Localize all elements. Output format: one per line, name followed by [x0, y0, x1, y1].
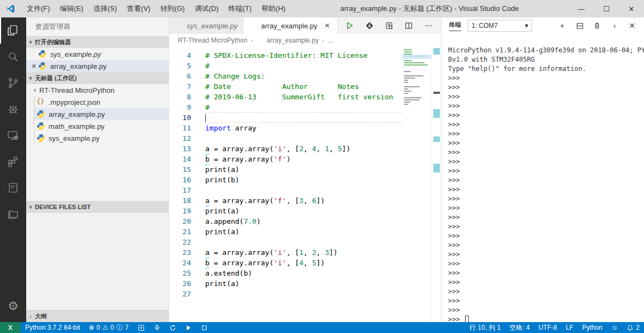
- new-terminal-button[interactable]: +: [558, 21, 567, 30]
- tab-array-example[interactable]: array_example.py ✕: [243, 17, 337, 34]
- notifications-bell-button[interactable]: 2: [622, 322, 644, 333]
- add-device-button[interactable]: [133, 322, 149, 333]
- terminal-output[interactable]: MicroPython v1.9.4-114-g309fe39d on 2018…: [442, 34, 644, 322]
- breadcrumb-folder[interactable]: RT-Thread MicroPython: [178, 37, 247, 44]
- download-to-device-button[interactable]: [365, 21, 374, 31]
- menu-item-7[interactable]: 帮助(H): [257, 4, 290, 13]
- split-terminal-button[interactable]: [575, 21, 584, 30]
- close-file-icon[interactable]: ✕: [29, 63, 38, 70]
- tab-terminal[interactable]: 终端: [449, 21, 461, 31]
- breadcrumb-symbol[interactable]: …: [327, 37, 334, 44]
- python-file-icon: [38, 50, 47, 58]
- stop-device-button[interactable]: [196, 322, 212, 333]
- file-math_example.py[interactable]: math_example.py: [37, 120, 169, 132]
- sync-device-button[interactable]: [165, 322, 181, 333]
- open-editor-item[interactable]: ✕array_example.py: [26, 60, 169, 72]
- more-actions-button[interactable]: [424, 21, 433, 31]
- terminal-prompt-line: >>>: [448, 250, 644, 259]
- minimap-line: [404, 75, 424, 76]
- activity-source-control-button[interactable]: [0, 70, 26, 96]
- run-device-button[interactable]: [181, 322, 196, 333]
- tab-sys-example[interactable]: sys_example.py: [169, 17, 243, 34]
- code-text: import array: [205, 123, 402, 133]
- code-text: a.append(7.0): [205, 216, 402, 227]
- activity-extensions-button[interactable]: [0, 148, 26, 175]
- workspace-header[interactable]: ∨ 无标题 (工作区): [26, 72, 169, 84]
- close-panel-button[interactable]: ✕: [628, 21, 636, 30]
- open-editor-item[interactable]: sys_example.py: [26, 48, 169, 60]
- menu-item-0[interactable]: 文件(F): [22, 4, 55, 13]
- python-file-icon: [175, 21, 183, 30]
- kill-terminal-button[interactable]: [593, 21, 601, 30]
- menu-item-4[interactable]: 转到(G): [156, 4, 190, 13]
- python-file-icon: [38, 62, 47, 70]
- device-files-empty-area: [26, 213, 169, 310]
- encoding-button[interactable]: UTF-8: [534, 322, 562, 333]
- file-array_example.py[interactable]: array_example.py: [37, 108, 169, 120]
- code-editor[interactable]: 4# SPDX-License-Identifier: MIT License5…: [169, 47, 402, 322]
- code-text: print(a): [205, 278, 402, 289]
- activity-search-button[interactable]: [0, 44, 26, 70]
- file-.mpyproject.json[interactable]: {}.mpyproject.json: [37, 96, 169, 108]
- usb-connect-button[interactable]: [149, 322, 165, 333]
- python-interpreter-button[interactable]: Python 3.7.2 64-bit: [21, 322, 85, 333]
- cursor-position-button[interactable]: 行 10, 列 1: [465, 322, 505, 333]
- close-button[interactable]: ✕: [619, 0, 644, 17]
- tree-file-row[interactable]: array_example.py: [34, 108, 169, 120]
- sidebar-title: 资源管理器: [26, 17, 169, 36]
- tree-file-row[interactable]: math_example.py: [34, 120, 169, 132]
- code-line-23: 23a = array.array('i', [1, 2, 3]): [169, 247, 402, 258]
- code-line-22: 22: [169, 237, 402, 247]
- menu-item-5[interactable]: 调试(D): [189, 4, 223, 13]
- overview-ruler[interactable]: [431, 47, 441, 322]
- code-line-11: 11import array: [169, 123, 402, 133]
- tree-file-row[interactable]: sys_example.py: [34, 132, 169, 144]
- sync-device-icon: [169, 324, 176, 331]
- indentation-button[interactable]: 空格: 4: [505, 322, 534, 333]
- activity-debug-button[interactable]: [0, 96, 26, 122]
- language-mode-button[interactable]: Python: [578, 322, 607, 333]
- activity-folders-button[interactable]: [0, 201, 26, 227]
- eol-button[interactable]: LF: [562, 322, 578, 333]
- remote-status-button[interactable]: [0, 322, 21, 333]
- file-sys_example.py[interactable]: sys_example.py: [37, 132, 169, 144]
- menu-item-1[interactable]: 编辑(E): [55, 4, 88, 13]
- code-text: [205, 185, 402, 195]
- collapse-panel-left-button[interactable]: ‹: [610, 21, 619, 30]
- manage-button[interactable]: ⚙: [0, 296, 26, 322]
- python-file-icon: [37, 110, 45, 118]
- activity-bar: ⚙: [0, 17, 26, 322]
- minimap-line: [404, 67, 404, 68]
- tree-file-row[interactable]: {}.mpyproject.json: [34, 96, 169, 108]
- feedback-smiley-button[interactable]: ☺: [607, 322, 622, 333]
- terminal-prompt-line: >>>: [448, 278, 644, 287]
- close-tab-icon[interactable]: ✕: [323, 22, 332, 29]
- code-line-24: 24b = array.array('i', [4, 5]): [169, 258, 402, 268]
- menu-item-2[interactable]: 选择(S): [88, 4, 122, 13]
- problems-button[interactable]: ⊗0⚠0ⓘ7: [85, 322, 133, 333]
- breadcrumb-file[interactable]: array_example.py: [267, 37, 319, 44]
- menu-item-3[interactable]: 查看(V): [122, 4, 155, 13]
- activity-notebook-button[interactable]: [0, 175, 26, 201]
- split-editor-button[interactable]: [404, 21, 414, 31]
- terminal-prompt-line: >>>: [448, 166, 644, 176]
- menu-item-6[interactable]: 终端(T): [223, 4, 257, 13]
- run-file-button[interactable]: [345, 21, 355, 31]
- device-files-header[interactable]: ∨ DEVICE FILES LIST: [26, 201, 169, 213]
- outline-header[interactable]: › 大纲: [26, 310, 169, 322]
- code-text: a.extend(b): [205, 268, 402, 278]
- minimize-button[interactable]: —: [569, 0, 594, 17]
- open-editors-header[interactable]: ∨ 打开的编辑器: [26, 36, 169, 48]
- activity-remote-device-button[interactable]: [0, 122, 26, 148]
- activity-explorer-button[interactable]: [0, 17, 26, 44]
- terminal-prompt-line: >>>: [448, 194, 644, 204]
- maximize-button[interactable]: ☐: [594, 0, 619, 17]
- open-editor-label: sys_example.py: [50, 50, 101, 58]
- code-line-9: 9#: [169, 102, 402, 112]
- folder-row-rtthread[interactable]: ∨ RT-Thread MicroPython: [26, 84, 169, 96]
- sync-files-button[interactable]: [384, 21, 394, 31]
- terminal-instance-select[interactable]: 1: COM7 ▼: [468, 20, 532, 32]
- minimap[interactable]: [402, 47, 431, 322]
- code-text: b = array.array('i', [4, 5]): [205, 258, 402, 268]
- line-number: 19: [169, 206, 193, 216]
